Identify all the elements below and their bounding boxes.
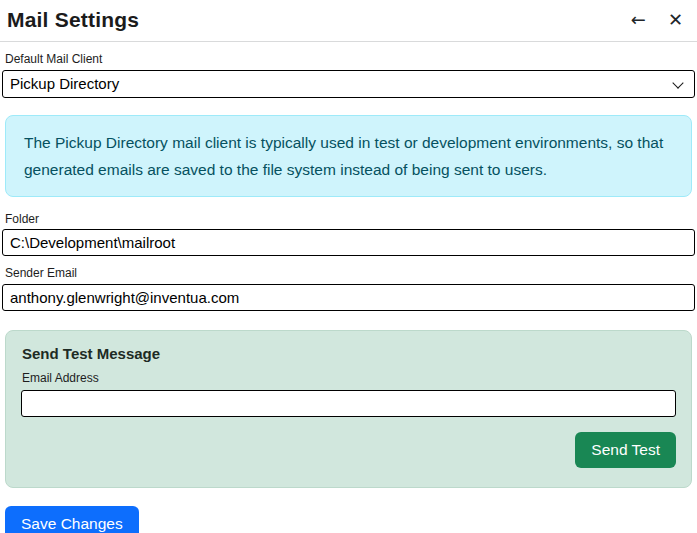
- send-test-button[interactable]: Send Test: [575, 432, 676, 468]
- default-mail-client-select-wrap: Pickup Directory: [2, 70, 695, 98]
- save-row: Save Changes: [5, 506, 692, 533]
- sender-email-input[interactable]: [2, 284, 695, 311]
- folder-field: Folder: [2, 212, 695, 257]
- folder-input[interactable]: [2, 229, 695, 256]
- sender-email-label: Sender Email: [5, 266, 695, 282]
- back-arrow-icon[interactable]: ←: [629, 9, 648, 31]
- header-actions: ← ✕: [629, 9, 685, 31]
- close-icon[interactable]: ✕: [666, 9, 685, 31]
- info-alert-text: The Pickup Directory mail client is typi…: [24, 134, 663, 178]
- test-email-address-label: Email Address: [22, 371, 676, 387]
- default-mail-client-field: Default Mail Client Pickup Directory: [2, 52, 695, 98]
- default-mail-client-label: Default Mail Client: [5, 52, 695, 68]
- settings-header: Mail Settings ← ✕: [0, 0, 697, 42]
- save-changes-button[interactable]: Save Changes: [5, 506, 139, 533]
- send-test-message-heading: Send Test Message: [22, 345, 676, 362]
- send-test-button-row: Send Test: [21, 432, 676, 468]
- sender-email-field: Sender Email: [2, 266, 695, 311]
- pickup-directory-info-alert: The Pickup Directory mail client is typi…: [5, 115, 692, 197]
- default-mail-client-select[interactable]: Pickup Directory: [2, 70, 695, 98]
- send-test-message-panel: Send Test Message Email Address Send Tes…: [5, 330, 692, 488]
- mail-settings-form: Default Mail Client Pickup Directory The…: [0, 42, 697, 533]
- folder-label: Folder: [5, 212, 695, 228]
- test-email-address-input[interactable]: [21, 390, 676, 417]
- page-title: Mail Settings: [7, 8, 139, 32]
